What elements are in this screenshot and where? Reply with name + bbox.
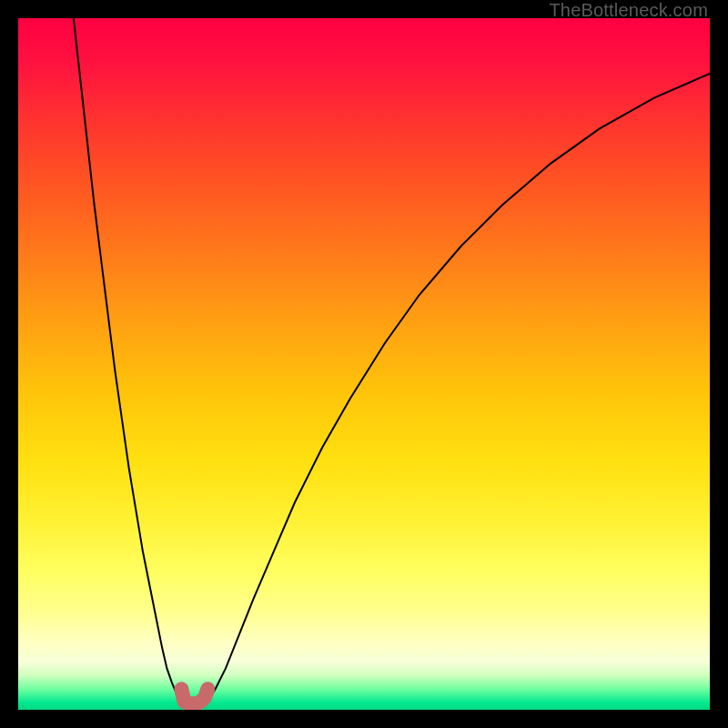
chart-frame: TheBottleneck.com <box>0 0 728 728</box>
trough-highlight <box>181 689 207 703</box>
curves-layer <box>18 18 710 710</box>
bottleneck-curve-left <box>74 18 182 703</box>
bottleneck-curve-right <box>207 74 710 702</box>
plot-area <box>18 18 710 710</box>
watermark-text: TheBottleneck.com <box>549 0 708 21</box>
